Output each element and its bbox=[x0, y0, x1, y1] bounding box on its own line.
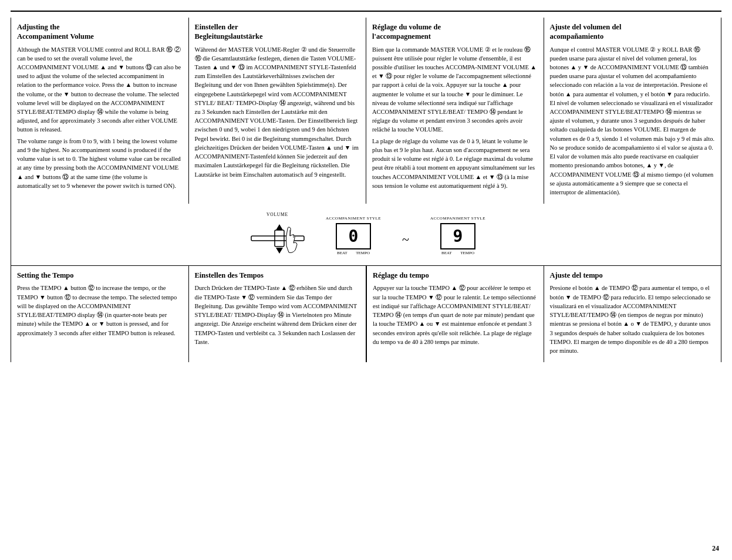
tilde-separator: ~ bbox=[399, 232, 413, 247]
bottom-columns: Setting the Tempo Press the TEMPO ▲ butt… bbox=[11, 265, 721, 362]
col4b-title: Ajuste del tempo bbox=[550, 271, 716, 280]
col2b-title: Einstellen des Tempos bbox=[195, 271, 360, 280]
svg-rect-0 bbox=[251, 236, 304, 241]
col3-body: Bien que la commande MASTER VOLUME ② et … bbox=[372, 45, 538, 191]
diagram-row: VOLUME ACCOMPANIMENT STYLE bbox=[11, 204, 721, 265]
col3-title-line1: Réglage du volume de bbox=[372, 23, 441, 31]
col4b-title-text: Ajuste del tempo bbox=[550, 271, 603, 279]
volume-knob-svg bbox=[247, 220, 308, 259]
col3-title: Réglage du volume de l'accompagnement bbox=[372, 22, 538, 42]
beat-label-1: BEAT bbox=[337, 251, 348, 255]
accompaniment-style-label1: ACCOMPANIMENT STYLE bbox=[326, 216, 381, 221]
col3-title-line2: l'accompagnement bbox=[372, 32, 431, 41]
col4-title-line2: acompañamiento bbox=[550, 32, 604, 41]
volume-label: VOLUME bbox=[267, 212, 288, 217]
display-value-2: 9 bbox=[440, 223, 475, 249]
col4-title-line1: Ajuste del volumen del bbox=[550, 23, 622, 31]
col-tempo-de: Einstellen des Tempos Durch Drücken der … bbox=[189, 266, 367, 362]
col-tempo-fr: Réglage du tempo Appuyer sur la touche T… bbox=[366, 266, 544, 362]
col1b-title-text: Setting the Tempo bbox=[17, 271, 74, 279]
col2-title-line2: Begleitungslautstärke bbox=[195, 32, 263, 41]
top-border bbox=[11, 11, 721, 12]
col1-title-line2: Accompaniment Volume bbox=[17, 32, 94, 41]
col-accompaniment-en: Adjusting the Accompaniment Volume Altho… bbox=[11, 18, 189, 204]
col3b-title: Réglage du tempo bbox=[373, 271, 538, 280]
page: Adjusting the Accompaniment Volume Altho… bbox=[0, 0, 732, 560]
col2-body: Während der MASTER VOLUME-Regler ② und d… bbox=[195, 45, 360, 179]
page-number: 24 bbox=[712, 544, 719, 553]
col1b-body: Press the TEMPO ▲ button ⑫ to increase t… bbox=[17, 284, 183, 337]
col2b-title-text: Einstellen des Tempos bbox=[195, 271, 264, 279]
col-accompaniment-de: Einstellen der Begleitungslautstärke Wäh… bbox=[189, 18, 367, 204]
col4-body: Aunque el control MASTER VOLUME ② y ROLL… bbox=[550, 45, 716, 197]
col3b-title-text: Réglage du tempo bbox=[373, 271, 429, 279]
svg-marker-2 bbox=[276, 224, 283, 230]
svg-marker-3 bbox=[276, 248, 283, 254]
col2b-body: Durch Drücken der TEMPO-Taste ▲ ⑫ erhöhe… bbox=[195, 284, 360, 346]
col-tempo-es: Ajuste del tempo Presione el botón ▲ de … bbox=[544, 266, 722, 362]
col-accompaniment-fr: Réglage du volume de l'accompagnement Bi… bbox=[366, 18, 544, 204]
display-value-1: 0 bbox=[336, 223, 371, 249]
display-diagram-1: ACCOMPANIMENT STYLE 0 BEAT TEMPO bbox=[326, 216, 381, 255]
col2-title: Einstellen der Begleitungslautstärke bbox=[195, 22, 360, 42]
svg-rect-1 bbox=[275, 230, 284, 247]
col3b-body: Appuyer sur la touche TEMPO ▲ ⑫ pour acc… bbox=[373, 284, 538, 346]
col1-title: Adjusting the Accompaniment Volume bbox=[17, 22, 183, 42]
col4-title: Ajuste del volumen del acompañamiento bbox=[550, 22, 716, 42]
display-diagram-2: ACCOMPANIMENT STYLE 9 BEAT TEMPO bbox=[430, 216, 485, 255]
volume-knob-diagram: VOLUME bbox=[247, 212, 308, 259]
col2-title-line1: Einstellen der bbox=[195, 23, 238, 31]
tempo-label-1: TEMPO bbox=[356, 251, 370, 255]
beat-label-2: BEAT bbox=[441, 251, 452, 255]
col-tempo-en: Setting the Tempo Press the TEMPO ▲ butt… bbox=[11, 266, 189, 362]
top-columns: Adjusting the Accompaniment Volume Altho… bbox=[11, 18, 721, 204]
col1-title-line1: Adjusting the bbox=[17, 23, 60, 31]
tempo-label-2: TEMPO bbox=[460, 251, 474, 255]
col-accompaniment-es: Ajuste del volumen del acompañamiento Au… bbox=[544, 18, 722, 204]
col1b-title: Setting the Tempo bbox=[17, 271, 183, 280]
accompaniment-style-label2: ACCOMPANIMENT STYLE bbox=[430, 216, 485, 221]
col4b-body: Presione el botón ▲ de TEMPO ⑫ para aume… bbox=[550, 284, 716, 355]
col1-body: Although the MASTER VOLUME control and R… bbox=[17, 45, 183, 191]
